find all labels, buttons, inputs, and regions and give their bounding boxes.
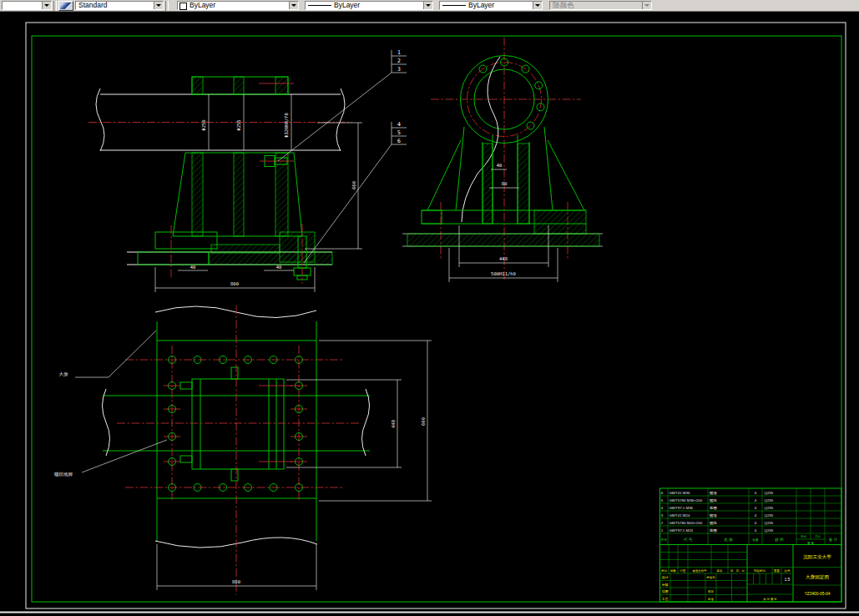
stage-mark-label: 阶段标记 (754, 568, 766, 573)
rev-sign: 签名 (717, 569, 723, 573)
bom-no: 4 (661, 506, 664, 510)
bom-header-name: 名 称 (724, 538, 733, 542)
bom-table: 6 GB/T41 M36 螺母 4 Q235 5 GB/T5780 M36×20… (660, 488, 842, 602)
chevron-down-icon[interactable] (289, 2, 298, 9)
text-style-button[interactable] (58, 1, 73, 11)
bom-code: GB/T97.1 M24 (670, 528, 694, 533)
role-trace: 描图 (662, 589, 669, 593)
paper-frame (0, 23, 859, 613)
dim-height: 600 (351, 181, 356, 189)
dim-plan-width: 800 (232, 579, 240, 584)
role-approve: 批准 (708, 598, 714, 601)
chevron-down-icon[interactable] (423, 2, 432, 9)
lineweight-combo[interactable]: ByLayer (439, 1, 543, 10)
scale-value: 1:5 (785, 578, 791, 582)
bom-qty: 4 (755, 506, 757, 510)
color-combo[interactable]: ByLayer (177, 1, 299, 10)
plan-leaders: 大身 螺纹地脚 (54, 331, 167, 477)
callout-group-bottom: 4 5 6 (304, 121, 407, 263)
label-body: 大身 (59, 371, 69, 376)
lineweight-glyph (442, 5, 466, 6)
rev-zone: 分区 (680, 569, 686, 573)
linetype-combo-value: ByLayer (331, 2, 423, 9)
bom-header-qty: 数量 (752, 538, 759, 542)
title-block: 标记 处数 分区 更改文件号 签名 年、月、日 设计 审核 描图 工艺 标准化 … (660, 545, 842, 603)
scale-label: 比例 (785, 569, 791, 573)
app-window: Standard ByLayer ByLayer ByLayer 随颜色 (0, 0, 859, 12)
bom-name: 垫圈 (710, 506, 717, 510)
chevron-down-icon (642, 2, 651, 9)
dim-block: 448 (391, 420, 396, 428)
properties-toolbar: Standard ByLayer ByLayer ByLayer 随颜色 (0, 0, 859, 12)
plot-style-value: 随颜色 (550, 2, 642, 9)
identity-cells: 沈阳工业大学 大身固定图 YZ3400-05-04 (803, 554, 831, 597)
bom-code: GB/T97.1 M36 (670, 506, 694, 510)
bom-header: 序号 代 号 名 称 数量 材 料 单件 总计 重 量 备 注 (661, 535, 838, 545)
dim-bolt-span: 448 (499, 256, 508, 261)
bom-name: 螺栓 (710, 498, 717, 502)
dim-fit: Φ320H8/f8 (284, 113, 289, 138)
callout-5: 5 (397, 129, 401, 136)
bom-code: GB/T5780 M36×200 (670, 498, 703, 502)
bracket-base (127, 232, 332, 280)
side-base (402, 210, 603, 246)
rev-mark: 标记 (660, 569, 667, 573)
dim-bore-left: Φ250 (201, 119, 206, 130)
layer-combo[interactable] (2, 1, 52, 10)
bom-name: 螺母 (710, 491, 717, 495)
role-design: 设计 (662, 575, 669, 579)
callout-1: 1 (397, 49, 401, 56)
plan-dimensions: 448 600 800 (157, 341, 432, 590)
linetype-combo[interactable]: ByLayer (305, 1, 433, 10)
bom-material: Q235 (765, 506, 774, 510)
bom-header-remark: 备 注 (829, 538, 838, 542)
dim-flange: 600 (421, 417, 426, 426)
bom-qty: 4 (755, 498, 757, 502)
callout-6: 6 (397, 138, 401, 144)
shaft-outline (96, 88, 345, 151)
side-view: 40 80 448 500H11/h9 (402, 38, 603, 282)
role-labels: 设计 审核 描图 工艺 标准化 审定 批准 (662, 575, 715, 601)
bom-header-code: 代 号 (684, 538, 693, 542)
callout-group-top: 1 2 3 (278, 49, 407, 161)
dim-foot-left: 40 (190, 265, 196, 270)
rev-count: 处数 (670, 568, 676, 573)
linetype-glyph (308, 5, 331, 6)
university-name: 沈阳工业大学 (803, 554, 831, 560)
label-anchor: 螺纹地脚 (54, 472, 73, 477)
bom-code: GB/T5780 M24×200 (670, 521, 703, 525)
plan-view: 大身 螺纹地脚 448 600 800 (54, 305, 432, 594)
bom-no: 5 (661, 498, 664, 502)
bom-header-total: 总计 (814, 535, 821, 538)
drawing-number: YZ3400-05-04 (805, 592, 831, 596)
drawing-sheet: Φ250 Φ255 Φ320H8/f8 600 40 40 800 (0, 12, 859, 616)
bom-header-no: 序号 (661, 538, 668, 542)
bom-material: Q235 (765, 513, 774, 518)
chevron-down-icon[interactable] (154, 2, 163, 9)
drawing-area[interactable]: Φ250 Φ255 Φ320H8/f8 600 40 40 800 (0, 12, 859, 616)
color-combo-value: ByLayer (187, 2, 289, 9)
bom-qty: 4 (755, 528, 757, 533)
role-standard: 标准化 (705, 575, 715, 579)
bom-header-unit: 单件 (801, 535, 807, 538)
bom-qty: 4 (755, 513, 757, 518)
chevron-down-icon[interactable] (533, 2, 542, 9)
bom-no: 1 (661, 528, 664, 533)
bom-material: Q235 (765, 498, 774, 502)
role-check: 审核 (662, 583, 669, 587)
rev-date: 年、月、日 (730, 569, 745, 573)
role-process: 工艺 (662, 597, 669, 601)
chevron-down-icon[interactable] (42, 2, 51, 9)
bom-name: 螺栓 (710, 521, 717, 525)
text-style-combo[interactable]: Standard (75, 1, 164, 10)
bom-code: GB/T41 M36 (670, 491, 690, 495)
role-approve-check: 审定 (708, 590, 714, 593)
dim-web: 80 (502, 181, 508, 186)
dim-bore-mid: Φ255 (236, 119, 241, 130)
toolbar-separator (165, 1, 169, 11)
bom-no: 3 (661, 513, 664, 518)
dim-base-fit: 500H11/h9 (491, 271, 516, 276)
plot-style-combo: 随颜色 (549, 1, 652, 10)
bom-qty: 4 (755, 491, 757, 495)
callout-2: 2 (397, 58, 401, 64)
